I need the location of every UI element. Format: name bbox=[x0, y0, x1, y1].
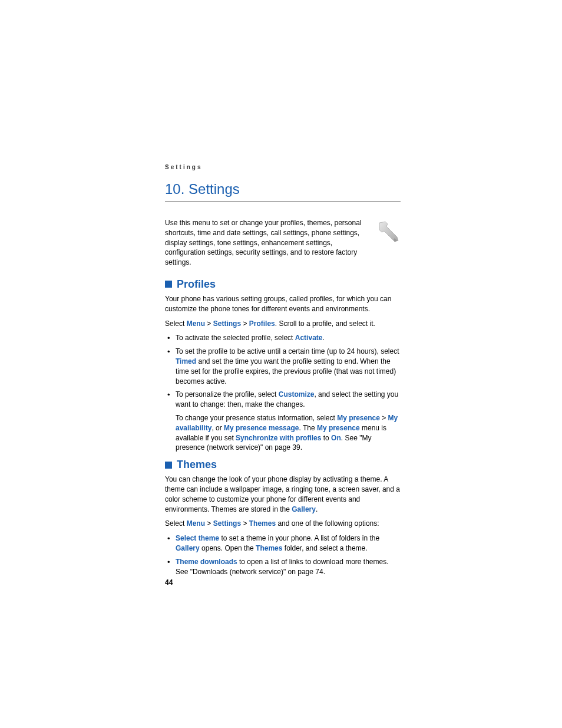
text: You can change the look of your phone di… bbox=[165, 475, 400, 513]
text: . The bbox=[299, 424, 316, 432]
text: folder, and select a theme. bbox=[282, 544, 367, 552]
text: Select bbox=[165, 319, 187, 328]
text: to bbox=[321, 434, 331, 442]
text: > bbox=[380, 414, 388, 422]
text: . bbox=[316, 505, 318, 513]
activate-link[interactable]: Activate bbox=[295, 334, 323, 342]
text: To change your presence status informati… bbox=[176, 414, 337, 422]
profiles-intro: Your phone has various setting groups, c… bbox=[165, 294, 401, 314]
text: opens. Open the bbox=[200, 544, 256, 552]
themes-select-path: Select Menu > Settings > Themes and one … bbox=[165, 519, 401, 529]
text: To personalize the profile, select bbox=[176, 390, 279, 398]
page-content: Settings 10. Settings Use this menu to s… bbox=[165, 164, 401, 581]
profiles-link[interactable]: Profiles bbox=[249, 319, 275, 328]
list-item: Select theme to set a theme in your phon… bbox=[176, 533, 401, 554]
chapter-title: 10. Settings bbox=[165, 181, 401, 202]
profiles-select-path: Select Menu > Settings > Profiles. Scrol… bbox=[165, 319, 401, 329]
my-presence-link-2[interactable]: My presence bbox=[317, 424, 360, 432]
text: and set the time you want the profile se… bbox=[176, 357, 396, 386]
synchronize-link[interactable]: Synchronize with profiles bbox=[236, 434, 321, 442]
theme-downloads-link[interactable]: Theme downloads bbox=[176, 558, 237, 566]
themes-bullets: Select theme to set a theme in your phon… bbox=[165, 533, 401, 577]
intro-row: Use this menu to set or change your prof… bbox=[165, 218, 401, 268]
text: . bbox=[322, 334, 324, 342]
themes-title: Themes bbox=[177, 459, 217, 471]
settings-icon bbox=[373, 218, 401, 245]
on-link[interactable]: On bbox=[331, 434, 341, 442]
running-header: Settings bbox=[165, 164, 401, 170]
text: To set the profile to be active until a … bbox=[176, 347, 399, 355]
text: and one of the following options: bbox=[276, 519, 379, 528]
my-presence-link[interactable]: My presence bbox=[337, 414, 380, 422]
settings-link[interactable]: Settings bbox=[213, 319, 241, 328]
text: > bbox=[205, 319, 213, 328]
text: > bbox=[241, 319, 249, 328]
page-number: 44 bbox=[165, 578, 173, 587]
list-item: To set the profile to be active until a … bbox=[176, 347, 401, 386]
list-item: Theme downloads to open a list of links … bbox=[176, 557, 401, 577]
text: > bbox=[241, 519, 249, 528]
themes-header: Themes bbox=[165, 459, 401, 471]
profiles-bullets: To activate the selected profile, select… bbox=[165, 333, 401, 453]
settings-link[interactable]: Settings bbox=[213, 519, 241, 528]
select-theme-link[interactable]: Select theme bbox=[176, 534, 219, 542]
gallery-link-2[interactable]: Gallery bbox=[176, 544, 200, 552]
customize-link[interactable]: Customize bbox=[279, 390, 315, 398]
my-presence-message-link[interactable]: My presence message bbox=[224, 424, 299, 432]
themes-link[interactable]: Themes bbox=[249, 519, 276, 528]
themes-intro: You can change the look of your phone di… bbox=[165, 475, 401, 514]
list-item: To activate the selected profile, select… bbox=[176, 333, 401, 343]
profiles-header: Profiles bbox=[165, 278, 401, 291]
menu-link[interactable]: Menu bbox=[187, 519, 205, 528]
text: , or bbox=[211, 424, 224, 432]
presence-paragraph: To change your presence status informati… bbox=[176, 413, 401, 453]
square-bullet-icon bbox=[165, 462, 172, 469]
profiles-title: Profiles bbox=[177, 278, 216, 291]
intro-text: Use this menu to set or change your prof… bbox=[165, 218, 362, 268]
gallery-link[interactable]: Gallery bbox=[292, 505, 316, 513]
themes-folder-link[interactable]: Themes bbox=[256, 544, 282, 552]
text: . Scroll to a profile, and select it. bbox=[275, 319, 375, 328]
menu-link[interactable]: Menu bbox=[187, 319, 205, 328]
text: > bbox=[205, 519, 213, 528]
square-bullet-icon bbox=[165, 281, 172, 288]
timed-link[interactable]: Timed bbox=[176, 357, 196, 365]
list-item: To personalize the profile, select Custo… bbox=[176, 390, 401, 453]
text: To activate the selected profile, select bbox=[176, 334, 295, 342]
text: to set a theme in your phone. A list of … bbox=[219, 534, 379, 542]
text: Select bbox=[165, 519, 187, 528]
